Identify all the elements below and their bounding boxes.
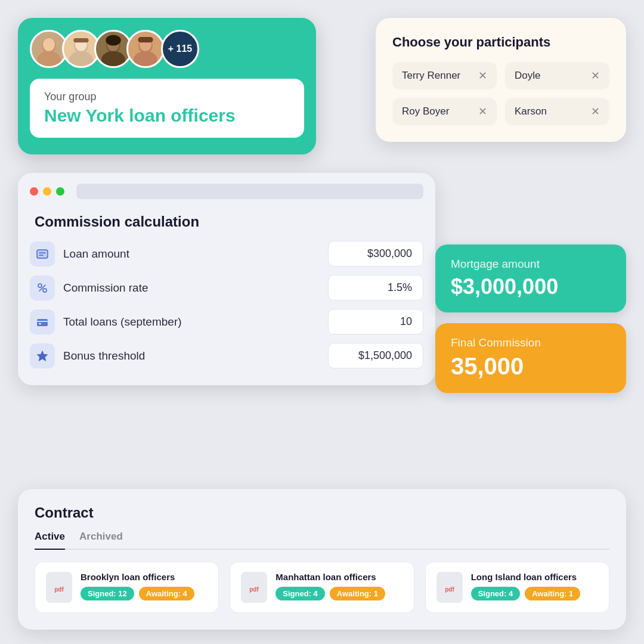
svg-point-2: [43, 38, 55, 51]
svg-rect-6: [73, 38, 88, 42]
contract-name-long-island: Long Island loan officers: [471, 572, 598, 582]
chip-remove-terry[interactable]: ✕: [478, 69, 487, 82]
chip-terry-renner[interactable]: Terry Renner ✕: [392, 62, 497, 89]
svg-rect-21: [39, 323, 41, 324]
badge-signed-long-island: Signed: 4: [471, 587, 521, 600]
tab-active[interactable]: Active: [35, 531, 65, 550]
bonus-threshold-label: Bonus threshold: [63, 349, 145, 363]
loan-amount-input[interactable]: $300,000: [328, 241, 423, 267]
mortgage-value: $3,000,000: [451, 274, 611, 299]
commission-card: Commission calculation Loan amount $300,…: [18, 173, 435, 385]
contract-item-manhattan: pdf Manhattan loan officers Signed: 4 Aw…: [230, 562, 414, 613]
chip-remove-karson[interactable]: ✕: [591, 105, 600, 118]
pdf-icon-manhattan: pdf: [241, 572, 267, 603]
avatar-count: + 115: [161, 30, 199, 68]
contract-items: pdf Brooklyn loan officers Signed: 12 Aw…: [35, 562, 609, 613]
bonus-threshold-input[interactable]: $1,500,000: [328, 343, 423, 369]
calc-row-total-loans: Total loans (september) 10: [30, 309, 423, 335]
window-bar: [18, 173, 435, 205]
chip-label: Roy Boyer: [402, 106, 449, 117]
badge-awaiting-brooklyn: Awaiting: 4: [139, 587, 194, 600]
participants-card: Choose your participants Terry Renner ✕ …: [376, 18, 626, 142]
total-loans-icon: [30, 309, 55, 335]
chip-remove-roy[interactable]: ✕: [478, 105, 487, 118]
svg-text:pdf: pdf: [250, 586, 259, 593]
contract-info-brooklyn: Brooklyn loan officers Signed: 12 Awaiti…: [80, 572, 208, 600]
mortgage-card: Mortgage amount $3,000,000: [435, 244, 626, 312]
pdf-icon-brooklyn: pdf: [46, 572, 72, 603]
svg-rect-19: [37, 319, 48, 326]
window-minimize-dot[interactable]: [43, 187, 51, 196]
calc-row-commission-rate: Commission rate 1.5%: [30, 275, 423, 301]
calc-row-loan-amount: Loan amount $300,000: [30, 241, 423, 267]
contract-badges-brooklyn: Signed: 12 Awaiting: 4: [80, 587, 208, 600]
window-close-dot[interactable]: [30, 187, 38, 196]
chip-label: Karson: [515, 106, 547, 117]
mortgage-label: Mortgage amount: [451, 258, 611, 271]
commission-rate-label: Commission rate: [63, 281, 148, 295]
contract-info-long-island: Long Island loan officers Signed: 4 Awai…: [471, 572, 598, 600]
total-loans-input[interactable]: 10: [328, 309, 423, 335]
commission-rate-icon: [30, 275, 55, 301]
calc-rows: Loan amount $300,000 Commission rate 1.5…: [18, 241, 435, 385]
svg-point-4: [69, 51, 93, 68]
contract-item-long-island: pdf Long Island loan officers Signed: 4 …: [425, 562, 609, 613]
commission-title: Commission calculation: [18, 205, 435, 241]
svg-point-10: [106, 35, 120, 45]
contract-name-manhattan: Manhattan loan officers: [275, 572, 402, 582]
result-cards: Mortgage amount $3,000,000 Final Commiss…: [435, 244, 626, 393]
group-label: Your group: [44, 91, 290, 103]
contract-item-brooklyn: pdf Brooklyn loan officers Signed: 12 Aw…: [35, 562, 219, 613]
contract-card: Contract Active Archived pdf Brooklyn lo…: [18, 489, 626, 630]
window-search-bar: [76, 184, 423, 199]
group-name: New York loan officers: [44, 106, 290, 126]
svg-text:pdf: pdf: [54, 586, 64, 593]
final-label: Final Commission: [451, 336, 611, 349]
participant-chips: Terry Renner ✕ Doyle ✕ Roy Boyer ✕ Karso…: [392, 62, 609, 125]
chip-karson[interactable]: Karson ✕: [505, 98, 609, 125]
final-value: 35,000: [451, 353, 611, 380]
loan-icon: [30, 242, 55, 267]
contract-name-brooklyn: Brooklyn loan officers: [80, 572, 208, 582]
group-inner: Your group New York loan officers: [30, 79, 304, 138]
contract-info-manhattan: Manhattan loan officers Signed: 4 Awaiti…: [275, 572, 402, 600]
participants-title: Choose your participants: [392, 35, 609, 50]
svg-point-18: [43, 289, 47, 292]
pdf-icon-long-island: pdf: [436, 572, 463, 603]
svg-marker-22: [37, 351, 48, 361]
badge-awaiting-long-island: Awaiting: 1: [525, 587, 580, 600]
svg-rect-15: [37, 250, 48, 258]
chip-label: Terry Renner: [402, 70, 460, 82]
window-maximize-dot[interactable]: [56, 187, 64, 196]
total-loans-label: Total loans (september): [63, 315, 182, 329]
svg-rect-14: [138, 37, 153, 42]
final-commission-card: Final Commission 35,000: [435, 323, 626, 393]
chip-doyle[interactable]: Doyle ✕: [505, 62, 609, 89]
badge-signed-manhattan: Signed: 4: [275, 587, 325, 600]
svg-point-17: [38, 284, 42, 287]
badge-awaiting-manhattan: Awaiting: 1: [330, 587, 385, 600]
svg-point-1: [37, 51, 61, 68]
svg-text:pdf: pdf: [445, 586, 454, 593]
contract-badges-long-island: Signed: 4 Awaiting: 1: [471, 587, 598, 600]
group-card: + 115 Your group New York loan officers: [18, 18, 316, 154]
chip-roy-boyer[interactable]: Roy Boyer ✕: [392, 98, 497, 125]
calc-row-bonus-threshold: Bonus threshold $1,500,000: [30, 343, 423, 369]
contract-title: Contract: [35, 504, 609, 521]
contract-tabs: Active Archived: [35, 531, 609, 550]
chip-label: Doyle: [515, 70, 540, 82]
svg-point-8: [101, 51, 125, 68]
tab-archived[interactable]: Archived: [79, 531, 123, 549]
chip-remove-doyle[interactable]: ✕: [591, 69, 600, 82]
bonus-threshold-icon: [30, 343, 55, 369]
contract-badges-manhattan: Signed: 4 Awaiting: 1: [275, 587, 402, 600]
loan-amount-label: Loan amount: [63, 247, 129, 261]
avatar-4: [126, 30, 165, 68]
commission-rate-input[interactable]: 1.5%: [328, 275, 423, 301]
svg-point-12: [134, 51, 157, 68]
badge-signed-brooklyn: Signed: 12: [80, 587, 134, 600]
avatars-row: + 115: [30, 30, 304, 68]
